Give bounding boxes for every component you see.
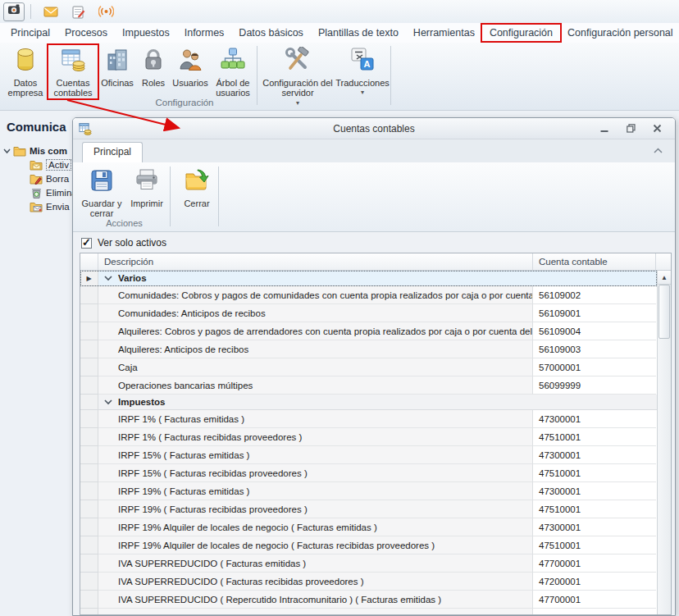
- ribbon-button-roles[interactable]: Roles: [137, 45, 170, 88]
- tab-configuraci-n-personal[interactable]: Configuración personal: [560, 25, 679, 41]
- tab-plantillas-de-texto[interactable]: Plantillas de texto: [311, 25, 406, 41]
- group-cell[interactable]: Impuestos: [98, 395, 657, 410]
- account-cell[interactable]: 47300001: [533, 446, 656, 464]
- table-row[interactable]: IRPF 19% Alquiler de locales de negocio …: [80, 536, 657, 554]
- description-cell[interactable]: Operaciones bancarias múltipes: [98, 376, 533, 395]
- account-cell[interactable]: 47300001: [533, 410, 656, 428]
- table-row[interactable]: IRPF 1% ( Facturas recibidas proveedores…: [80, 428, 657, 446]
- collapse-ribbon-icon[interactable]: [653, 147, 663, 154]
- table-row[interactable]: IRPF 1% ( Facturas emitidas )47300001: [80, 410, 657, 428]
- account-cell[interactable]: 47700001: [533, 554, 656, 573]
- table-row[interactable]: IRPF 15% ( Facturas emitidas )47300001: [80, 446, 657, 464]
- account-cell[interactable]: 47510001: [533, 500, 656, 518]
- dialog-titlebar[interactable]: Cuentas contables: [73, 118, 675, 139]
- ribbon-button-oficinas[interactable]: Oficinas: [98, 45, 137, 88]
- tab-informes[interactable]: Informes: [177, 25, 232, 41]
- tab-principal[interactable]: Principal: [82, 142, 143, 162]
- tab-procesos[interactable]: Procesos: [57, 25, 115, 41]
- description-cell[interactable]: IRPF 15% ( Facturas recibidas proveedore…: [98, 464, 533, 482]
- table-row[interactable]: Caja57000001: [80, 358, 657, 376]
- description-cell[interactable]: Caja: [98, 358, 533, 376]
- broadcast-icon[interactable]: [98, 4, 114, 19]
- description-cell[interactable]: IRPF 19% ( Facturas emitidas ): [98, 482, 533, 500]
- ribbon-button-traducciones[interactable]: A Traducciones ▾: [336, 45, 389, 96]
- vertical-scrollbar[interactable]: ▲: [657, 271, 671, 614]
- chevron-down-icon[interactable]: [3, 148, 13, 154]
- chevron-down-icon[interactable]: [104, 399, 112, 405]
- table-row[interactable]: IVA SUPERREDUCIDO ( Soportado Intracomun…: [80, 609, 657, 614]
- table-row[interactable]: IVA SUPERREDUCIDO ( Repercutido Intracom…: [80, 591, 657, 609]
- description-cell[interactable]: IRPF 19% ( Facturas recibidas proveedore…: [98, 500, 533, 518]
- column-header-descripcion[interactable]: Descripción: [98, 253, 533, 270]
- group-cell[interactable]: Varios: [98, 271, 657, 286]
- minimize-button[interactable]: [598, 123, 611, 135]
- description-cell[interactable]: IVA SUPERREDUCIDO ( Soportado Intracomun…: [98, 609, 533, 614]
- description-cell[interactable]: IRPF 19% Alquiler de locales de negocio …: [98, 518, 533, 536]
- account-cell[interactable]: 47510001: [533, 464, 656, 482]
- cerrar-button[interactable]: Cerrar: [177, 166, 216, 208]
- description-cell[interactable]: IRPF 19% Alquiler de locales de negocio …: [98, 536, 533, 554]
- table-row[interactable]: IRPF 19% ( Facturas recibidas proveedore…: [80, 500, 657, 518]
- restore-button[interactable]: [624, 123, 637, 135]
- account-cell[interactable]: 47510001: [533, 428, 656, 446]
- table-row[interactable]: IRPF 19% ( Facturas emitidas )47300001: [80, 482, 657, 500]
- ribbon-separator: [257, 46, 257, 105]
- application-window: PrincipalProcesosImpuestosInformesDatos …: [0, 0, 679, 616]
- scrollbar-thumb[interactable]: [658, 285, 670, 339]
- group-row[interactable]: ▶Varios: [80, 271, 657, 286]
- table-row[interactable]: Alquileres: Anticipos de recibos56109003: [80, 340, 657, 358]
- account-cell[interactable]: 47510001: [533, 536, 656, 554]
- account-cell[interactable]: 47300001: [533, 482, 656, 500]
- account-cell[interactable]: 56109003: [533, 340, 656, 358]
- close-icon[interactable]: [650, 123, 663, 135]
- description-cell[interactable]: Alquileres: Anticipos de recibos: [98, 340, 533, 358]
- description-cell[interactable]: IRPF 15% ( Facturas emitidas ): [98, 446, 533, 464]
- account-cell[interactable]: 56109001: [533, 304, 656, 322]
- camera-button[interactable]: [3, 2, 25, 21]
- account-cell[interactable]: 57000001: [533, 358, 656, 376]
- ribbon-button-arbol-de-usuarios[interactable]: Árbol de usuarios: [211, 45, 255, 98]
- table-row[interactable]: IVA SUPERREDUCIDO ( Facturas emitidas )4…: [80, 554, 657, 573]
- ribbon-button-cuentas-contables[interactable]: Cuentas contables: [48, 45, 98, 98]
- imprimir-button[interactable]: Imprimir: [125, 166, 168, 208]
- tab-impuestos[interactable]: Impuestos: [115, 25, 177, 41]
- account-cell[interactable]: 47700001: [533, 591, 656, 609]
- account-cell[interactable]: 47200001: [533, 573, 656, 591]
- group-row[interactable]: Impuestos: [80, 395, 657, 410]
- folder-mail-icon: [30, 159, 43, 171]
- account-cell[interactable]: 56099999: [533, 376, 656, 395]
- description-cell[interactable]: Comunidades: Cobros y pagos de comunidad…: [98, 286, 533, 304]
- guardar-y-cerrar-button[interactable]: Guardar y cerrar: [78, 166, 125, 219]
- description-cell[interactable]: Alquileres: Cobros y pagos de arrendador…: [98, 322, 533, 340]
- tab-datos-b-sicos[interactable]: Datos básicos: [231, 25, 311, 41]
- table-row[interactable]: IRPF 15% ( Facturas recibidas proveedore…: [80, 464, 657, 482]
- table-row[interactable]: IRPF 19% Alquiler de locales de negocio …: [80, 518, 657, 536]
- description-cell[interactable]: Comunidades: Anticipos de recibos: [98, 304, 533, 322]
- table-row[interactable]: Alquileres: Cobros y pagos de arrendador…: [80, 322, 657, 340]
- table-row[interactable]: Comunidades: Anticipos de recibos5610900…: [80, 304, 657, 322]
- description-cell[interactable]: IVA SUPERREDUCIDO ( Facturas emitidas ): [98, 554, 533, 573]
- description-cell[interactable]: IRPF 1% ( Facturas emitidas ): [98, 410, 533, 428]
- table-row[interactable]: IVA SUPERREDUCIDO ( Facturas recibidas p…: [80, 573, 657, 591]
- clipboard-edit-icon[interactable]: [71, 5, 85, 19]
- account-cell[interactable]: 47300001: [533, 518, 656, 536]
- account-cell[interactable]: 56109004: [533, 322, 656, 340]
- scroll-up-icon[interactable]: ▲: [658, 271, 671, 285]
- table-row[interactable]: Operaciones bancarias múltipes56099999: [80, 376, 657, 395]
- ribbon-button-datos-empresa[interactable]: Datos empresa: [2, 45, 48, 98]
- column-header-cuenta-contable[interactable]: Cuenta contable: [533, 253, 656, 270]
- description-cell[interactable]: IVA SUPERREDUCIDO ( Repercutido Intracom…: [98, 591, 533, 609]
- ribbon-button-usuarios[interactable]: Usuarios: [170, 45, 211, 88]
- mail-icon[interactable]: [43, 5, 58, 18]
- description-cell[interactable]: IRPF 1% ( Facturas recibidas proveedores…: [98, 428, 533, 446]
- indicator-header-cell: [80, 253, 98, 270]
- tab-configuraci-n[interactable]: Configuración: [482, 25, 560, 41]
- tab-principal[interactable]: Principal: [3, 25, 57, 41]
- ver-solo-activos-checkbox[interactable]: [81, 238, 92, 249]
- account-cell[interactable]: 56109002: [533, 286, 656, 304]
- description-cell[interactable]: IVA SUPERREDUCIDO ( Facturas recibidas p…: [98, 573, 533, 591]
- table-row[interactable]: Comunidades: Cobros y pagos de comunidad…: [80, 286, 657, 304]
- tab-herramientas[interactable]: Herramientas: [406, 25, 482, 41]
- account-cell[interactable]: 47200001: [533, 609, 656, 614]
- chevron-down-icon[interactable]: [104, 275, 112, 281]
